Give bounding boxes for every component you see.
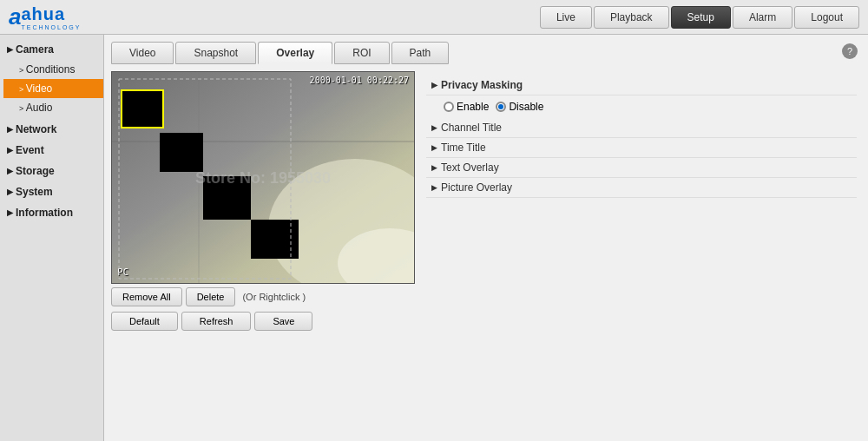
overlay-item-time[interactable]: Time Title xyxy=(426,138,857,158)
sidebar-storage-label: Storage xyxy=(16,165,55,177)
delete-button[interactable]: Delete xyxy=(186,287,236,306)
overlay-item-text[interactable]: Text Overlay xyxy=(426,158,857,178)
chevron-network-icon: ▶ xyxy=(7,125,13,134)
default-button[interactable]: Default xyxy=(111,312,178,331)
mask-block-2[interactable] xyxy=(160,133,203,172)
camera-panel: 2000-01-01 00:22:27 Store No: 1955030 PC… xyxy=(111,71,415,331)
mask-block-4[interactable] xyxy=(251,220,299,259)
sidebar-event[interactable]: ▶ Event xyxy=(0,140,103,161)
chevron-storage-icon: ▶ xyxy=(7,167,13,175)
content-area: Video Snapshot Overlay ROI Path ? xyxy=(104,35,868,441)
tab-overlay[interactable]: Overlay xyxy=(258,42,332,64)
tab-video[interactable]: Video xyxy=(111,42,174,64)
sidebar-system[interactable]: ▶ System xyxy=(0,181,103,202)
camera-view: 2000-01-01 00:22:27 Store No: 1955030 PC xyxy=(111,71,415,284)
logo-sub: TECHNOLOGY xyxy=(21,24,81,30)
topbar: a ahua TECHNOLOGY Live Playback Setup Al… xyxy=(0,0,868,35)
disable-label: Disable xyxy=(509,101,543,113)
overlay-picture-label: Picture Overlay xyxy=(441,181,512,194)
overlay-item-picture[interactable]: Picture Overlay xyxy=(426,178,857,198)
overlay-privacy-label: Privacy Masking xyxy=(441,79,523,91)
overlay-time-label: Time Title xyxy=(441,142,486,154)
privacy-controls: Enable Disable xyxy=(426,95,857,118)
sidebar-camera-header[interactable]: ▶ Camera xyxy=(0,39,103,60)
sidebar-network-label: Network xyxy=(16,123,56,135)
disable-radio[interactable]: Disable xyxy=(496,101,543,113)
disable-radio-dot xyxy=(496,102,506,112)
sidebar-info-label: Information xyxy=(16,207,73,219)
chevron-info-icon: ▶ xyxy=(7,208,13,217)
tab-snapshot[interactable]: Snapshot xyxy=(175,42,256,64)
remove-all-button[interactable]: Remove All xyxy=(111,287,182,306)
help-icon[interactable]: ? xyxy=(842,43,858,59)
help-text: ? xyxy=(847,46,852,56)
tab-roi[interactable]: ROI xyxy=(334,42,389,64)
mask-block-1[interactable] xyxy=(121,89,164,128)
camera-controls: Remove All Delete (Or Rightclick ) xyxy=(111,287,415,306)
overlay-item-channel[interactable]: Channel Title xyxy=(426,118,857,138)
overlay-channel-label: Channel Title xyxy=(441,122,502,134)
mask-block-3[interactable] xyxy=(203,176,251,220)
nav-setup[interactable]: Setup xyxy=(671,6,731,29)
sidebar-storage[interactable]: ▶ Storage xyxy=(0,161,103,181)
sidebar-item-audio[interactable]: Audio xyxy=(3,98,103,117)
sidebar-information[interactable]: ▶ Information xyxy=(0,202,103,223)
logo-text: ahua xyxy=(21,4,65,23)
sidebar-camera-group: ▶ Camera Conditions Video Audio xyxy=(0,39,103,117)
nav-logout[interactable]: Logout xyxy=(794,6,859,29)
logo-icon: a xyxy=(9,3,21,30)
sidebar-camera-label: Camera xyxy=(16,43,54,56)
chevron-icon: ▶ xyxy=(7,45,13,54)
nav-playback[interactable]: Playback xyxy=(594,6,669,29)
enable-label: Enable xyxy=(457,101,489,113)
overlay-text-label: Text Overlay xyxy=(441,161,499,174)
sidebar-event-label: Event xyxy=(16,144,44,156)
bottom-buttons: Default Refresh Save xyxy=(111,312,415,331)
logo: a ahua TECHNOLOGY xyxy=(9,3,81,30)
enable-radio[interactable]: Enable xyxy=(444,101,489,113)
enable-radio-dot xyxy=(444,102,454,112)
tab-path[interactable]: Path xyxy=(391,42,450,64)
camera-area: 2000-01-01 00:22:27 Store No: 1955030 PC… xyxy=(111,71,861,331)
sidebar-item-conditions[interactable]: Conditions xyxy=(3,60,103,79)
or-rightclick-label: (Or Rightclick ) xyxy=(242,292,306,302)
tabs: Video Snapshot Overlay ROI Path xyxy=(111,42,861,64)
sidebar-item-video[interactable]: Video xyxy=(3,79,103,98)
main-layout: ▶ Camera Conditions Video Audio ▶ Networ… xyxy=(0,35,868,441)
sidebar-camera-subitems: Conditions Video Audio xyxy=(0,60,103,117)
chevron-system-icon: ▶ xyxy=(7,188,13,196)
refresh-button[interactable]: Refresh xyxy=(181,312,252,331)
sidebar-network[interactable]: ▶ Network xyxy=(0,119,103,140)
nav-buttons: Live Playback Setup Alarm Logout xyxy=(540,6,859,29)
nav-live[interactable]: Live xyxy=(540,6,592,29)
right-panel: Privacy Masking Enable Disable Channel T… xyxy=(422,71,861,331)
nav-alarm[interactable]: Alarm xyxy=(733,6,792,29)
sidebar-system-label: System xyxy=(16,186,53,198)
pc-label: PC xyxy=(117,267,128,278)
sidebar: ▶ Camera Conditions Video Audio ▶ Networ… xyxy=(0,35,104,441)
chevron-event-icon: ▶ xyxy=(7,146,13,155)
overlay-item-privacy[interactable]: Privacy Masking xyxy=(426,76,857,95)
save-button[interactable]: Save xyxy=(254,312,312,331)
timestamp: 2000-01-01 00:22:27 xyxy=(310,76,409,85)
